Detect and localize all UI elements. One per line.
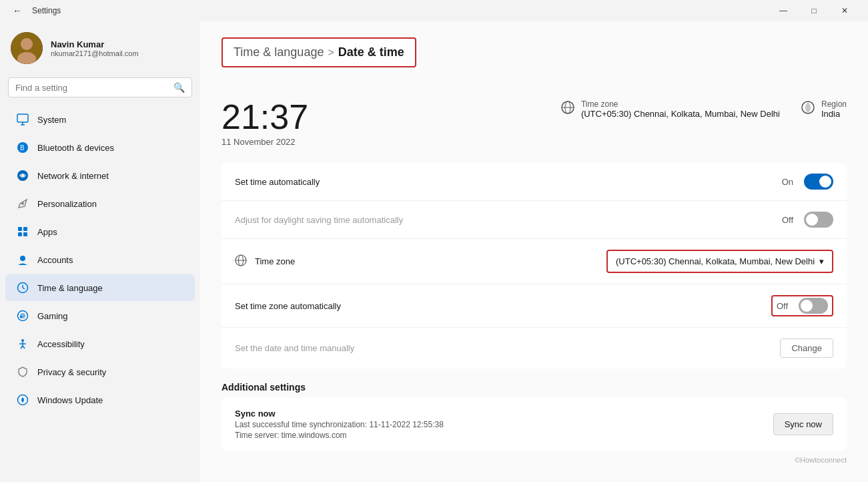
sidebar: Navin Kumar nkumar2171@hotmail.com 🔍 Sys… — [0, 21, 200, 482]
time-display: 21:37 11 November 2022 — [222, 99, 308, 147]
sync-card: Sync now Last successful time synchroniz… — [222, 398, 847, 451]
svg-line-18 — [23, 288, 25, 289]
search-icon: 🔍 — [173, 82, 185, 93]
time-icon — [16, 281, 29, 294]
time-meta: Time zone (UTC+05:30) Chennai, Kolkata, … — [561, 99, 847, 119]
bluetooth-icon: B — [16, 141, 29, 154]
sync-last: Last successful time synchronization: 11… — [235, 420, 444, 429]
manual-datetime-row: Set the date and time manually Change — [222, 328, 847, 369]
sidebar-item-privacy[interactable]: Privacy & security — [5, 358, 195, 385]
toggle-thumb-2 — [806, 214, 818, 226]
network-label: Network & internet — [37, 171, 109, 181]
timezone-left: Time zone — [235, 254, 295, 269]
titlebar-controls: — □ ✕ — [768, 0, 860, 21]
region-meta: Region India — [801, 99, 847, 119]
set-time-auto-toggle[interactable] — [804, 174, 833, 190]
breadcrumb-current: Date & time — [338, 45, 404, 59]
accessibility-label: Accessibility — [37, 339, 85, 349]
close-button[interactable]: ✕ — [829, 0, 860, 21]
accounts-icon — [16, 253, 29, 266]
change-button[interactable]: Change — [780, 338, 833, 358]
svg-rect-13 — [18, 232, 22, 236]
bluetooth-label: Bluetooth & devices — [37, 143, 114, 153]
app-body: Navin Kumar nkumar2171@hotmail.com 🔍 Sys… — [0, 21, 868, 482]
sidebar-item-bluetooth[interactable]: B Bluetooth & devices — [5, 134, 195, 161]
sidebar-item-accessibility[interactable]: Accessibility — [5, 330, 195, 357]
privacy-label: Privacy & security — [37, 367, 106, 377]
svg-point-15 — [20, 256, 25, 261]
sidebar-item-update[interactable]: Windows Update — [5, 387, 195, 413]
sidebar-item-personalization[interactable]: Personalization — [5, 190, 195, 217]
system-icon — [16, 113, 29, 126]
set-time-auto-right: On — [782, 174, 833, 190]
timezone-meta-info: Time zone (UTC+05:30) Chennai, Kolkata, … — [581, 99, 780, 119]
apps-label: Apps — [37, 227, 57, 237]
region-value: India — [821, 109, 847, 119]
maximize-button[interactable]: □ — [799, 0, 829, 21]
sync-info: Sync now Last successful time synchroniz… — [235, 409, 444, 440]
sync-server: Time server: time.windows.com — [235, 431, 444, 440]
sync-title: Sync now — [235, 409, 444, 419]
sync-now-button[interactable]: Sync now — [773, 413, 833, 435]
content-area: Time & language > Date & time 21:37 11 N… — [200, 21, 868, 482]
titlebar: ← Settings — □ ✕ — [0, 0, 868, 21]
chevron-down-icon: ▾ — [819, 256, 824, 266]
sidebar-item-network[interactable]: Network & internet — [5, 162, 195, 189]
set-timezone-auto-right: Off — [771, 295, 833, 316]
accessibility-icon — [16, 337, 29, 350]
svg-rect-11 — [18, 227, 22, 231]
update-label: Windows Update — [37, 395, 103, 405]
sidebar-item-time[interactable]: Time & language — [5, 274, 195, 301]
daylight-saving-right: Off — [782, 212, 833, 228]
region-info: Region India — [821, 99, 847, 119]
user-name: Navin Kumar — [51, 39, 139, 49]
breadcrumb: Time & language > Date & time — [222, 37, 416, 67]
svg-line-26 — [23, 346, 25, 348]
set-timezone-auto-row: Set time zone automatically Off — [222, 284, 847, 328]
timezone-label: Time zone — [581, 99, 780, 109]
timezone-row: Time zone (UTC+05:30) Chennai, Kolkata, … — [222, 239, 847, 284]
svg-rect-14 — [23, 232, 27, 236]
user-profile: Navin Kumar nkumar2171@hotmail.com — [0, 21, 200, 77]
time-header: 21:37 11 November 2022 Time zone (UTC+05… — [222, 99, 847, 147]
breadcrumb-separator: > — [328, 47, 334, 59]
watermark: ©Howtoconnect — [222, 456, 847, 464]
set-timezone-auto-box: Off — [771, 295, 833, 316]
manual-datetime-label: Set the date and time manually — [235, 343, 354, 353]
daylight-saving-state: Off — [782, 215, 793, 225]
system-label: System — [37, 115, 66, 125]
timezone-meta: Time zone (UTC+05:30) Chennai, Kolkata, … — [561, 99, 780, 119]
personalization-label: Personalization — [37, 199, 97, 209]
daylight-saving-label: Adjust for daylight saving time automati… — [235, 215, 403, 225]
svg-text:●: ● — [19, 314, 23, 320]
search-box[interactable]: 🔍 — [8, 77, 192, 97]
avatar — [11, 32, 43, 64]
toggle-thumb — [819, 176, 831, 188]
set-timezone-auto-label: Set time zone automatically — [235, 301, 341, 311]
sidebar-item-apps[interactable]: Apps — [5, 218, 195, 245]
accounts-label: Accounts — [37, 255, 73, 265]
minimize-button[interactable]: — — [768, 0, 799, 21]
back-button[interactable]: ← — [8, 1, 27, 20]
svg-point-1 — [21, 38, 33, 50]
time-date: 11 November 2022 — [222, 137, 308, 147]
privacy-icon — [16, 365, 29, 379]
timezone-select[interactable]: (UTC+05:30) Chennai, Kolkata, Mumbai, Ne… — [606, 250, 833, 273]
sidebar-item-accounts[interactable]: Accounts — [5, 246, 195, 273]
gaming-icon: ● — [16, 309, 29, 322]
svg-text:B: B — [20, 144, 25, 152]
daylight-saving-toggle[interactable] — [804, 212, 833, 228]
time-big: 21:37 — [222, 99, 308, 134]
settings-card: Set time automatically On Adjust for day… — [222, 163, 847, 369]
toggle-thumb-3 — [801, 300, 813, 312]
set-timezone-auto-state: Off — [777, 301, 788, 311]
svg-point-10 — [21, 202, 24, 205]
breadcrumb-parent: Time & language — [234, 45, 324, 59]
set-timezone-auto-toggle[interactable] — [799, 298, 828, 314]
avatar-image — [11, 32, 43, 64]
sidebar-item-gaming[interactable]: ● Gaming — [5, 302, 195, 329]
search-input[interactable] — [15, 83, 168, 93]
set-time-auto-state: On — [782, 177, 793, 187]
sidebar-item-system[interactable]: System — [5, 106, 195, 133]
daylight-saving-row: Adjust for daylight saving time automati… — [222, 201, 847, 239]
